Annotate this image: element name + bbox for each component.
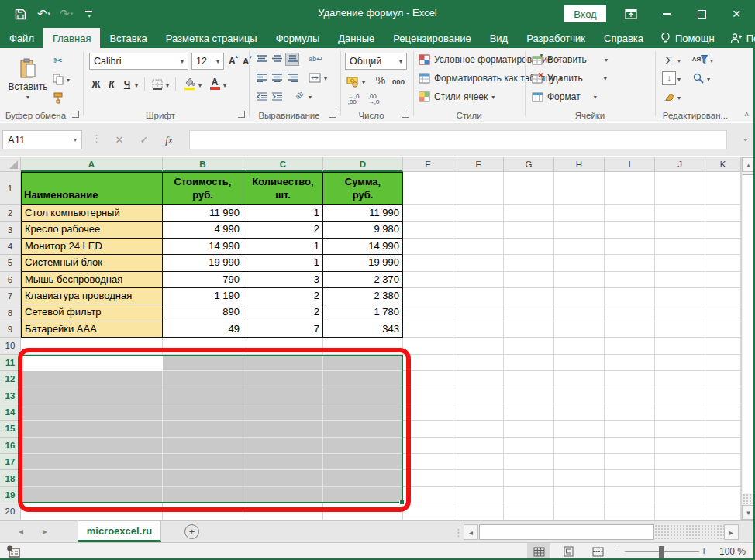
cell-G16[interactable] — [504, 438, 554, 454]
orientation-button[interactable]: ab — [289, 85, 310, 106]
cell-I18[interactable] — [605, 470, 655, 486]
cell-I6[interactable] — [605, 272, 655, 288]
row-header-4[interactable]: 4 — [0, 239, 21, 255]
cell-H2[interactable] — [554, 205, 605, 222]
name-box[interactable]: A11▾ — [2, 130, 82, 149]
zoom-slider-thumb[interactable] — [659, 546, 664, 558]
cell-G2[interactable] — [504, 205, 554, 222]
cell-C8[interactable]: 2 — [243, 304, 323, 321]
column-header-H[interactable]: H — [554, 157, 605, 172]
cell-G3[interactable] — [504, 222, 554, 238]
cell-J10[interactable] — [655, 338, 705, 354]
cell-B9[interactable]: 49 — [163, 321, 243, 338]
cell-I4[interactable] — [605, 239, 655, 255]
cell-K10[interactable] — [705, 338, 741, 354]
sort-filter-button[interactable]: АЯ — [691, 53, 708, 67]
font-size-combo[interactable]: 12▾ — [191, 53, 224, 70]
clipboard-dialog-launcher[interactable] — [72, 111, 79, 118]
macro-record-button[interactable] — [6, 545, 20, 558]
fill-color-dropdown-icon[interactable]: ▾ — [198, 82, 202, 89]
row-header-8[interactable]: 8 — [0, 304, 21, 321]
cell-F18[interactable] — [453, 470, 504, 486]
column-header-G[interactable]: G — [504, 157, 554, 172]
tab-data[interactable]: Данные — [329, 28, 384, 48]
cell-K14[interactable] — [705, 404, 741, 421]
add-sheet-button[interactable]: + — [184, 524, 199, 539]
column-header-D[interactable]: D — [323, 157, 403, 172]
cell-F15[interactable] — [453, 421, 504, 437]
cell-A6[interactable]: Мышь беспроводная — [21, 272, 163, 288]
row-header-6[interactable]: 6 — [0, 272, 21, 288]
cell-F6[interactable] — [453, 272, 504, 288]
column-header-E[interactable]: E — [403, 157, 453, 172]
cell-C5[interactable]: 1 — [243, 255, 323, 271]
horizontal-scroll-thumb[interactable] — [479, 524, 654, 540]
cell-H9[interactable] — [554, 321, 605, 338]
cell-K3[interactable] — [705, 222, 741, 238]
cell-G19[interactable] — [504, 487, 554, 503]
tab-page-layout[interactable]: Разметка страницы — [157, 28, 267, 48]
cell-F13[interactable] — [453, 387, 504, 404]
cell-E6[interactable] — [403, 272, 453, 288]
cell-B3[interactable]: 4 990 — [163, 222, 243, 238]
cell-K8[interactable] — [705, 304, 741, 321]
sheet-tab-microexcel[interactable]: microexcel.ru — [78, 521, 161, 542]
cell-C3[interactable]: 2 — [243, 222, 323, 238]
find-dropdown-icon[interactable]: ▾ — [707, 76, 710, 83]
insert-function-button[interactable]: fx — [158, 130, 180, 149]
cell-H18[interactable] — [554, 470, 605, 486]
alignment-dialog-launcher[interactable] — [329, 111, 336, 118]
wrap-text-button[interactable]: ab↩ — [307, 52, 324, 66]
cell-D3[interactable]: 9 980 — [323, 222, 403, 238]
cell-F20[interactable] — [453, 503, 504, 520]
cut-button[interactable]: ✂ — [51, 54, 65, 67]
cell-K20[interactable] — [705, 503, 741, 520]
share-button[interactable]: Поделиться — [722, 28, 755, 48]
cell-F1[interactable] — [453, 172, 504, 205]
cell-E9[interactable] — [403, 321, 453, 338]
find-select-button[interactable] — [691, 71, 705, 85]
cell-I16[interactable] — [605, 438, 655, 454]
font-color-dropdown-icon[interactable]: ▾ — [223, 82, 226, 89]
column-header-J[interactable]: J — [655, 157, 705, 172]
row-header-7[interactable]: 7 — [0, 288, 21, 304]
cell-H12[interactable] — [554, 371, 605, 387]
cell-H14[interactable] — [554, 404, 605, 421]
cell-G20[interactable] — [504, 503, 554, 520]
bold-button[interactable]: Ж — [90, 77, 102, 91]
font-name-combo[interactable]: Calibri▾ — [89, 53, 188, 70]
cell-F4[interactable] — [453, 239, 504, 255]
formula-bar-splitter[interactable]: ⋮ — [91, 132, 102, 144]
cell-D8[interactable]: 1 780 — [323, 304, 403, 321]
cell-K1[interactable] — [705, 172, 741, 205]
format-painter-button[interactable] — [51, 91, 65, 104]
number-dialog-launcher[interactable] — [402, 111, 409, 118]
cell-E20[interactable] — [403, 503, 453, 520]
cell-G7[interactable] — [504, 288, 554, 304]
cell-E7[interactable] — [403, 288, 453, 304]
cell-K5[interactable] — [705, 255, 741, 271]
cell-I7[interactable] — [605, 288, 655, 304]
column-header-A[interactable]: A — [21, 157, 163, 172]
cell-F19[interactable] — [453, 487, 504, 503]
cell-D4[interactable]: 14 990 — [323, 239, 403, 255]
cell-J14[interactable] — [655, 404, 705, 421]
cell-K7[interactable] — [705, 288, 741, 304]
italic-button[interactable]: К — [105, 77, 118, 91]
cell-J15[interactable] — [655, 421, 705, 437]
cell-I14[interactable] — [605, 404, 655, 421]
cell-C6[interactable]: 3 — [243, 272, 323, 288]
column-header-C[interactable]: C — [243, 157, 323, 172]
cell-J7[interactable] — [655, 288, 705, 304]
cell-I5[interactable] — [605, 255, 655, 271]
cell-B5[interactable]: 19 990 — [163, 255, 243, 271]
paste-button[interactable]: Вставить ▾ — [8, 51, 48, 107]
formula-input[interactable] — [189, 130, 727, 149]
cell-A4[interactable]: Монитор 24 LED — [21, 239, 163, 255]
cell-J5[interactable] — [655, 255, 705, 271]
align-bottom-button[interactable] — [285, 53, 299, 66]
cell-F8[interactable] — [453, 304, 504, 321]
cell-J6[interactable] — [655, 272, 705, 288]
cell-J1[interactable] — [655, 172, 705, 205]
cell-styles-button[interactable]: Стили ячеек▾ — [419, 91, 495, 102]
